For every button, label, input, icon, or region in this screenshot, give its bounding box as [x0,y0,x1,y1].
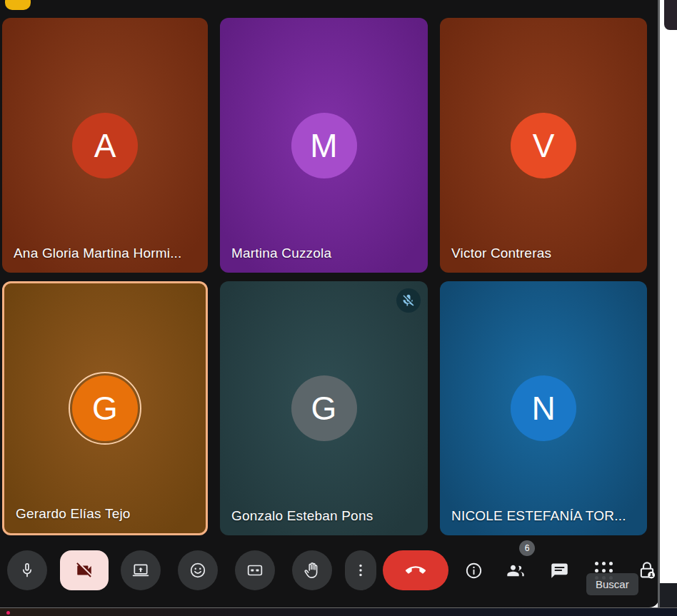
background-window-sliver [660,0,677,616]
participant-tile-active-speaker[interactable]: G Gerardo Elías Tejo [2,281,208,535]
avatar: G [291,375,357,441]
participant-name: Gerardo Elías Tejo [16,506,131,522]
more-options-button[interactable] [345,550,376,590]
emoji-reactions-button[interactable] [178,550,218,590]
chat-button[interactable] [541,552,578,589]
people-button[interactable] [497,552,534,589]
search-tooltip: Buscar [586,573,638,595]
camera-off-icon [75,561,94,580]
participant-tile[interactable]: A Ana Gloria Martina Hormi... [2,18,208,273]
participant-name: Ana Gloria Martina Hormi... [14,246,182,261]
participant-name: Gonzalo Esteban Pons [231,508,373,524]
microphone-icon [18,561,36,580]
chat-icon [550,561,569,580]
emoji-icon [189,561,207,580]
avatar: G [72,375,138,441]
avatar: M [291,113,357,178]
raise-hand-icon [303,561,321,580]
avatar: V [511,113,576,178]
participant-tile[interactable]: G Gonzalo Esteban Pons [220,281,428,535]
muted-indicator [396,288,421,313]
info-icon [464,561,483,580]
microphone-button[interactable] [7,550,47,590]
pink-dot-decoration [6,611,10,615]
people-icon [506,560,526,580]
avatar: N [511,375,576,441]
participant-tile[interactable]: M Martina Cuzzola [220,18,428,273]
participant-tile[interactable]: N NICOLE ESTEFANÍA TOR... [440,281,647,535]
background-window-header-fragment [664,0,677,30]
screen: A Ana Gloria Martina Hormi... M Martina … [0,0,677,616]
hangup-icon [406,560,426,580]
camera-off-button[interactable] [60,550,109,590]
present-screen-button[interactable] [121,550,161,590]
meeting-info-button[interactable] [455,552,492,589]
cutoff-yellow-pill-button[interactable] [5,0,31,10]
participant-tile[interactable]: V Victor Contreras [440,18,647,273]
more-options-icon [352,562,369,579]
present-screen-icon [131,561,150,580]
captions-button[interactable] [235,550,275,590]
bottom-window-strip [0,607,677,616]
participant-name: Victor Contreras [451,246,551,261]
background-window-footer-fragment [660,583,677,607]
avatar: A [72,113,138,178]
participant-name: NICOLE ESTEFANÍA TOR... [451,508,626,524]
mic-off-icon [401,293,416,308]
raise-hand-button[interactable] [292,550,332,590]
lock-icon [636,560,658,581]
leave-call-button[interactable] [383,550,448,590]
participant-name: Martina Cuzzola [231,246,331,261]
captions-icon [246,561,264,580]
participants-count-badge[interactable]: 6 [519,540,535,556]
